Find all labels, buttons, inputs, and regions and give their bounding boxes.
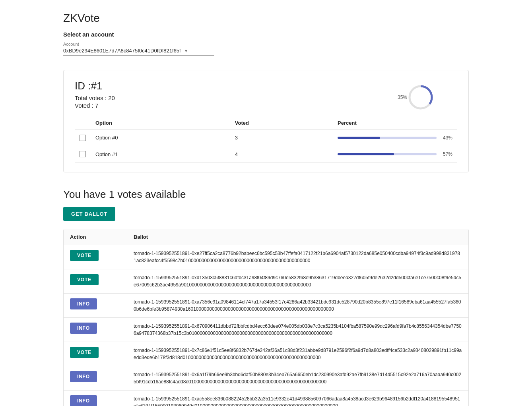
app-title: ZKVote [63,12,469,25]
ballot-row: INFO tornado-1-1593952551891-0xa7356e91a… [64,294,468,318]
poll-voted: Voted : 7 [75,102,457,109]
account-field-label: Account [63,42,214,46]
ballot-text: tornado-1-1593952551891-0xe27ff5ca2ca877… [134,250,462,264]
ballot-text: tornado-1-1593952551891-0xd13503c5f8831c… [134,274,462,288]
info-button[interactable]: INFO [70,395,97,406]
ballot-row: INFO tornado-1-1593952551891-0x670906411… [64,318,468,342]
option-voted: 4 [230,146,333,162]
ballot-action-cell: VOTE [70,347,134,358]
ballot-row: VOTE tornado-1-1593952551891-0xd13503c5f… [64,269,468,294]
progress-bar-fill [338,153,394,155]
donut-svg [407,83,435,111]
ballot-row: INFO tornado-1-1593952551891-0xac558ee83… [64,391,468,406]
select-account-label: Select an account [63,31,469,38]
percent-label: 43% [440,135,452,141]
vote-button[interactable]: VOTE [70,250,99,261]
ballot-row: INFO tornado-1-1593952551891-0x6a1f79b66… [64,366,468,391]
ballot-text: tornado-1-1593952551891-0xa7356e91a09846… [134,298,462,313]
table-row: Option #1 4 57% [75,146,457,162]
vote-button[interactable]: VOTE [70,347,99,358]
page-container: ZKVote Select an account Account 0xBD9e2… [47,0,485,406]
ballot-text: tornado-1-1593952551891-0x670906411dbbd7… [134,323,462,337]
account-address: 0xBD9e294E8601E7d7A8c8475f0c41D0fDf821f6… [63,48,181,54]
option-checkbox[interactable] [80,135,86,141]
option-label: Option #1 [91,146,230,162]
ballots-card: Action Ballot VOTE tornado-1-15939525518… [63,229,469,406]
option-voted: 3 [230,130,333,146]
options-table: Option Voted Percent Option #0 3 43% [75,117,457,162]
col-header-percent: Percent [333,117,457,130]
votes-section: You have 1 votes available GET BALLOT Ac… [63,188,469,406]
ballot-text: tornado-1-1593952551891-0x7c86e1f51c5ee8… [134,347,462,361]
col-header-voted: Voted [230,117,333,130]
checkbox-cell[interactable] [75,130,91,146]
ballot-action-cell: INFO [70,371,134,382]
progress-bar-bg [338,137,437,139]
progress-bar-bg [338,153,437,155]
get-ballot-button[interactable]: GET BALLOT [63,207,115,221]
vote-button[interactable]: VOTE [70,274,99,285]
info-button[interactable]: INFO [70,298,97,309]
chevron-down-icon: ▾ [185,48,187,54]
checkbox-cell[interactable] [75,146,91,162]
table-row: Option #0 3 43% [75,130,457,146]
account-dropdown[interactable]: Account 0xBD9e294E8601E7d7A8c8475f0c41D0… [63,42,214,56]
poll-card: ID :#1 Total votes : 20 Voted : 7 35% Op… [63,70,469,172]
action-col-header: Action [70,234,134,240]
ballot-col-header: Ballot [134,234,462,240]
ballot-action-cell: VOTE [70,250,134,261]
ballots-table-header: Action Ballot [64,229,468,245]
option-percent-bar: 43% [333,130,457,146]
donut-chart: 35% [405,81,437,113]
col-header-option: Option [91,117,230,130]
ballot-action-cell: INFO [70,298,134,309]
option-checkbox[interactable] [80,151,86,157]
option-label: Option #0 [91,130,230,146]
ballot-action-cell: INFO [70,395,134,406]
info-button[interactable]: INFO [70,323,97,334]
col-header-checkbox [75,117,91,130]
ballot-row: VOTE tornado-1-1593952551891-0xe27ff5ca2… [64,245,468,269]
ballot-row: VOTE tornado-1-1593952551891-0x7c86e1f51… [64,342,468,366]
ballot-action-cell: VOTE [70,274,134,285]
info-button[interactable]: INFO [70,371,97,382]
votes-heading: You have 1 votes available [63,188,469,201]
progress-bar-fill [338,137,380,139]
ballot-action-cell: INFO [70,323,134,334]
ballot-rows-container: VOTE tornado-1-1593952551891-0xe27ff5ca2… [64,245,468,406]
ballot-text: tornado-1-1593952551891-0x6a1f79b66ee9b3… [134,371,462,385]
percent-label: 57% [440,151,452,157]
ballot-text: tornado-1-1593952551891-0xac558ee836b088… [134,395,462,406]
option-percent-bar: 57% [333,146,457,162]
chart-percent-label: 35% [398,95,407,100]
poll-id: ID :#1 [75,80,457,92]
